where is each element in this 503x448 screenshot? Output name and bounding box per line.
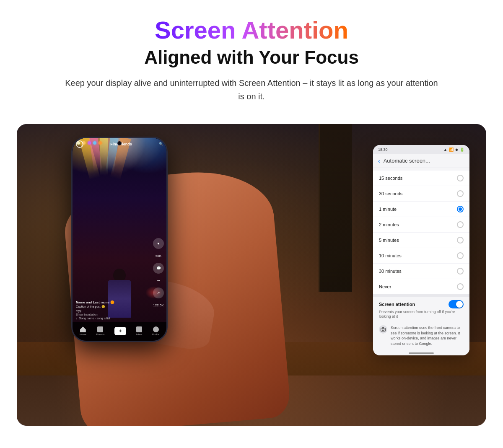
show-translation[interactable]: Show translation xyxy=(76,313,150,316)
home-indicator xyxy=(409,352,434,354)
screen-attention-toggle[interactable] xyxy=(449,300,464,308)
phone-bottom-nav: Home Friends + Inbox xyxy=(73,322,166,341)
plus-icon[interactable]: + xyxy=(114,327,126,335)
like-btn[interactable]: ♥ xyxy=(153,238,164,249)
settings-time: 18:30 xyxy=(378,148,388,152)
radio-2-minutes[interactable] xyxy=(457,221,464,228)
like-count: 68K xyxy=(156,254,161,258)
option-2-minutes[interactable]: 2 minutes xyxy=(373,217,469,233)
back-button[interactable]: ‹ xyxy=(378,158,380,164)
share-btn[interactable]: ↗ xyxy=(153,287,164,298)
nav-plus[interactable]: + xyxy=(114,327,126,335)
settings-status-icons: ▲ 📶 ◆ 🔋 xyxy=(443,148,464,152)
camera-desc: Screen attention uses the front camera t… xyxy=(391,325,464,346)
radio-never[interactable] xyxy=(457,283,464,290)
nav-profile-label: Profile xyxy=(152,333,159,336)
window-element xyxy=(319,124,352,292)
home-icon xyxy=(80,326,86,332)
radio-15-seconds[interactable] xyxy=(457,175,464,181)
screen-attention-section: Screen attention Prevents your screen fr… xyxy=(373,294,469,322)
page-wrapper: Screen Attention Aligned with Your Focus… xyxy=(0,0,503,443)
option-30-minutes[interactable]: 30 minutes xyxy=(373,264,469,279)
share-count: 122.5K xyxy=(153,303,163,307)
camera-icon xyxy=(379,325,387,334)
comment-count: ••• xyxy=(157,279,160,282)
settings-list: 15 seconds 30 seconds 1 minute 2 minutes… xyxy=(373,171,469,294)
post-username: Name and Last name 🟠 xyxy=(76,300,150,304)
inbox-icon xyxy=(136,326,142,332)
toggle-knob xyxy=(456,301,463,308)
option-1-minute[interactable]: 1 minute xyxy=(373,202,469,217)
bluetooth-icon: ◆ xyxy=(455,148,458,152)
phone-notch xyxy=(117,141,122,145)
option-5-minutes[interactable]: 5 minutes xyxy=(373,233,469,248)
nav-home[interactable]: Home xyxy=(80,326,86,336)
wifi-icon: ▲ xyxy=(443,148,447,152)
profile-icon xyxy=(153,326,159,332)
subtitle: Aligned with Your Focus xyxy=(17,47,486,68)
option-10-minutes[interactable]: 10 minutes xyxy=(373,248,469,264)
option-never[interactable]: Never xyxy=(373,279,469,294)
friends-icon xyxy=(97,326,103,332)
phone-actions: ♥ 68K 💬 ••• ↗ 122.5K xyxy=(153,238,164,307)
radio-10-minutes[interactable] xyxy=(457,252,464,259)
tiktok-ui-overlay: + Find friends 🔍 ♥ 68K 💬 ••• ↗ 122.5K xyxy=(73,138,166,341)
option-5-minutes-label: 5 minutes xyxy=(379,238,399,243)
settings-title-bar: ‹ Automatic screen... xyxy=(373,154,469,168)
phone-post-info: Name and Last name 🟠 Caption of the post… xyxy=(76,300,150,320)
nav-friends-label: Friends xyxy=(96,333,104,336)
settings-title: Automatic screen... xyxy=(384,158,430,164)
camera-info-section: Screen attention uses the front camera t… xyxy=(373,322,469,350)
title-screen: Screen xyxy=(155,16,236,44)
option-10-minutes-label: 10 minutes xyxy=(379,253,402,258)
post-tag: #typ xyxy=(76,309,150,312)
description: Keep your display alive and uninterrupte… xyxy=(63,76,440,103)
option-2-minutes-label: 2 minutes xyxy=(379,222,399,227)
screen-attention-title: Screen attention xyxy=(379,302,415,307)
nav-profile[interactable]: Profile xyxy=(152,326,159,336)
option-15-seconds[interactable]: 15 seconds xyxy=(373,171,469,186)
nav-inbox-label: Inbox xyxy=(136,333,143,336)
option-30-seconds-label: 30 seconds xyxy=(379,191,402,196)
nav-inbox[interactable]: Inbox xyxy=(136,326,143,336)
comment-btn[interactable]: 💬 xyxy=(153,263,164,274)
svg-point-0 xyxy=(382,329,384,331)
music-note-icon: ♪ xyxy=(76,317,78,320)
radio-5-minutes[interactable] xyxy=(457,237,464,243)
signal-icon: 📶 xyxy=(449,148,454,152)
screen-attention-desc: Prevents your screen from turning off if… xyxy=(379,310,464,319)
option-1-minute-label: 1 minute xyxy=(379,207,397,212)
phone-scene: + Find friends 🔍 ♥ 68K 💬 ••• ↗ 122.5K xyxy=(17,124,486,426)
add-user-icon[interactable]: + xyxy=(76,140,83,148)
settings-panel: 18:30 ▲ 📶 ◆ 🔋 ‹ Automatic screen... 15 s… xyxy=(373,145,469,355)
nav-friends[interactable]: Friends xyxy=(96,326,104,336)
option-30-seconds[interactable]: 30 seconds xyxy=(373,186,469,202)
radio-1-minute[interactable] xyxy=(457,206,464,212)
search-icon[interactable]: 🔍 xyxy=(159,142,163,146)
screen-attention-header: Screen attention xyxy=(379,300,464,308)
option-never-label: Never xyxy=(379,284,391,289)
title-attention: Attention xyxy=(241,16,348,44)
post-caption: Caption of the post 🙂 xyxy=(76,305,150,308)
option-30-minutes-label: 30 minutes xyxy=(379,269,402,274)
nav-home-label: Home xyxy=(80,333,86,336)
settings-status-bar: 18:30 ▲ 📶 ◆ 🔋 xyxy=(373,145,469,154)
radio-30-minutes[interactable] xyxy=(457,268,464,274)
main-title: Screen Attention xyxy=(17,17,486,44)
option-15-seconds-label: 15 seconds xyxy=(379,176,402,181)
header-section: Screen Attention Aligned with Your Focus… xyxy=(17,17,486,116)
phone-device: + Find friends 🔍 ♥ 68K 💬 ••• ↗ 122.5K xyxy=(71,137,168,342)
radio-30-seconds[interactable] xyxy=(457,190,464,197)
phone-screen: + Find friends 🔍 ♥ 68K 💬 ••• ↗ 122.5K xyxy=(73,138,166,341)
song-info: ♪ Song name - song artist xyxy=(76,317,150,320)
battery-icon: 🔋 xyxy=(460,148,464,152)
